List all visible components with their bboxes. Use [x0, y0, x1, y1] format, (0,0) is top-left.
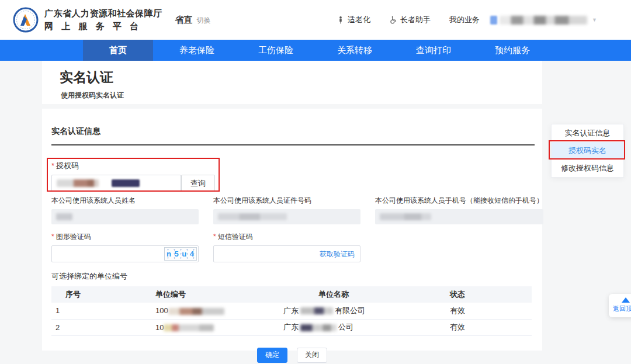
chevron-down-icon: ▼: [592, 17, 597, 23]
auth-code-field: *授权码 查询: [51, 161, 533, 192]
cell-seq: 2: [51, 319, 133, 335]
redacted-auth-code: [57, 179, 99, 187]
arrow-up-icon: [622, 297, 630, 303]
cell-unit-no: 10: [133, 319, 257, 335]
user-menu[interactable]: ▼: [490, 16, 597, 25]
page-title: 实名认证: [60, 68, 542, 86]
nav-tab-relation-transfer[interactable]: 关系转移: [320, 40, 390, 61]
query-button[interactable]: 查询: [181, 175, 215, 192]
person-name-input: [51, 209, 199, 224]
redacted-user-name: [500, 16, 587, 25]
section-divider: [51, 144, 535, 145]
page-title-card: 实名认证 使用授权码实名认证: [42, 61, 542, 104]
cell-seq: 1: [51, 303, 133, 319]
captcha-field: *图形验证码 n 5 u 4: [51, 232, 199, 262]
redacted-unit-no: [168, 308, 224, 315]
elder-helper-label: 长者助手: [400, 15, 431, 25]
nav-tab-work-injury[interactable]: 工伤保险: [241, 40, 311, 61]
header-links: 适老化 长者助手 我的业务: [337, 15, 480, 25]
person-phone-label: 本公司使用该系统人员手机号（能接收短信的手机号）: [375, 196, 543, 206]
required-mark: *: [213, 233, 216, 241]
form-actions: 确定 关闭: [51, 348, 533, 363]
col-header-seq: 序号: [51, 286, 133, 303]
person-info-row: 本公司使用该系统人员姓名 本公司使用该系统人员证件号码 本公司使用该系统人员手机…: [51, 196, 533, 224]
redacted-person-id: [218, 213, 287, 220]
person-id-label: 本公司使用该系统人员证件号码: [213, 196, 360, 206]
get-sms-code-link[interactable]: 获取验证码: [320, 249, 355, 259]
captcha-input[interactable]: n 5 u 4: [51, 245, 199, 262]
my-business-label: 我的业务: [449, 15, 480, 25]
back-to-top-label: 返回顶部: [609, 304, 631, 313]
platform-name: 网 上 服 务 平 台: [44, 21, 162, 32]
captcha-label: *图形验证码: [51, 232, 199, 242]
back-to-top-button[interactable]: 返回顶部: [609, 294, 631, 317]
col-header-status: 状态: [410, 286, 532, 303]
redacted-person-name: [56, 213, 72, 220]
redacted-auth-code: [112, 179, 140, 187]
org-name: 广东省人力资源和社会保障厅: [44, 8, 162, 19]
top-header: 广东省人力资源和社会保障厅 网 上 服 务 平 台 省直 切换 适老化 长者助手…: [0, 0, 631, 40]
person-name-label: 本公司使用该系统人员姓名: [51, 196, 199, 206]
org-logo-icon: [13, 7, 39, 33]
nav-tab-appointment[interactable]: 预约服务: [477, 40, 547, 61]
person-id-field: 本公司使用该系统人员证件号码: [213, 196, 360, 224]
main-nav: 首页 养老保险 工伤保险 关系转移 查询打印 预约服务: [0, 40, 631, 61]
anchor-item-auth-code-realname[interactable]: 授权码实名: [552, 142, 623, 160]
brand: 广东省人力资源和社会保障厅 网 上 服 务 平 台 省直 切换: [13, 7, 211, 33]
cell-unit-name: 广东公司: [257, 319, 410, 335]
unit-table-caption: 可选择绑定的单位编号: [51, 271, 533, 282]
redacted-unit-name: [300, 307, 333, 314]
required-mark: *: [51, 233, 54, 241]
auth-code-label: *授权码: [51, 161, 533, 171]
close-button[interactable]: 关闭: [297, 348, 327, 363]
captcha-image[interactable]: n 5 u 4: [164, 247, 197, 261]
cell-status: 有效: [410, 319, 532, 335]
redacted-user-avatar: [490, 16, 497, 25]
nav-tab-query-print[interactable]: 查询打印: [398, 40, 469, 61]
nav-tab-home[interactable]: 首页: [83, 40, 153, 61]
col-header-unit-no: 单位编号: [133, 286, 257, 303]
redacted-unit-name: [300, 324, 337, 331]
anchor-item-realname-info[interactable]: 实名认证信息: [552, 124, 623, 142]
cell-unit-no: 100: [133, 303, 257, 319]
auth-code-input[interactable]: [51, 175, 181, 192]
required-mark: *: [51, 161, 54, 170]
person-name-field: 本公司使用该系统人员姓名: [51, 196, 199, 224]
auth-code-row: 查询: [51, 175, 533, 192]
brand-text: 广东省人力资源和社会保障厅 网 上 服 务 平 台: [44, 8, 162, 32]
cell-unit-name: 广东有限公司: [257, 303, 410, 319]
region-label: 省直: [175, 15, 193, 26]
table-header-row: 序号 单位编号 单位名称 状态: [51, 286, 532, 303]
verification-row: *图形验证码 n 5 u 4 *短信验证码 获取验证码: [51, 232, 533, 262]
content-area: 实名认证 使用授权码实名认证 实名认证信息 *授权码 查询 本公司使用该系统人员…: [0, 61, 631, 364]
page-subtitle: 使用授权码实名认证: [61, 91, 542, 100]
confirm-button[interactable]: 确定: [257, 348, 287, 363]
person-id-input: [213, 209, 360, 224]
redacted-person-phone: [380, 213, 431, 220]
sms-code-input[interactable]: 获取验证码: [213, 245, 360, 262]
anchor-item-modify-auth-code[interactable]: 修改授权码信息: [552, 160, 623, 177]
elder-mode-label: 适老化: [348, 15, 370, 25]
person-phone-field: 本公司使用该系统人员手机号（能接收短信的手机号）: [375, 196, 543, 224]
col-header-unit-name: 单位名称: [257, 286, 410, 303]
sms-code-field: *短信验证码 获取验证码: [213, 232, 360, 262]
table-row[interactable]: 1 100 广东有限公司 有效: [51, 303, 532, 319]
redacted-unit-no: [164, 324, 214, 331]
wheelchair-icon: [389, 16, 397, 24]
person-icon: [337, 16, 345, 24]
table-row[interactable]: 2 10 广东公司 有效: [51, 319, 532, 335]
person-phone-input: [375, 209, 543, 224]
section-title: 实名认证信息: [51, 126, 533, 137]
anchor-menu: 实名认证信息 授权码实名 修改授权码信息: [551, 124, 624, 178]
region-switch-link[interactable]: 切换: [197, 16, 211, 26]
realname-form-card: 实名认证信息 *授权码 查询 本公司使用该系统人员姓名: [42, 109, 542, 351]
unit-table: 序号 单位编号 单位名称 状态 1 100 广东有限公司 有效: [51, 286, 532, 336]
nav-tab-pension[interactable]: 养老保险: [162, 40, 232, 61]
region-block: 省直 切换: [175, 15, 211, 26]
elder-mode-link[interactable]: 适老化: [337, 15, 370, 25]
sms-code-label: *短信验证码: [213, 232, 360, 242]
my-business-link[interactable]: 我的业务: [449, 15, 480, 25]
cell-status: 有效: [410, 303, 532, 319]
elder-helper-link[interactable]: 长者助手: [389, 15, 431, 25]
